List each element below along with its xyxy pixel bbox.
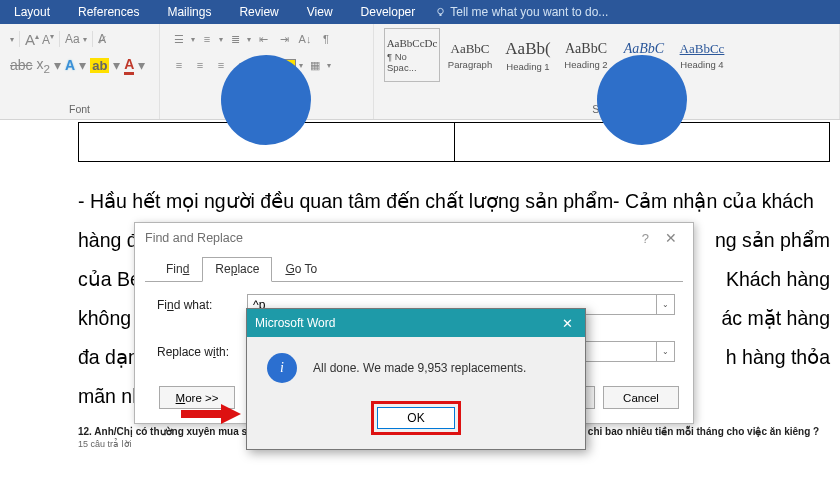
shrink-font-icon[interactable]: A▾: [42, 32, 54, 47]
doc-line: không: [78, 299, 131, 338]
find-dropdown-icon[interactable]: ⌄: [657, 294, 675, 315]
borders-icon[interactable]: ▦: [306, 56, 324, 74]
doc-line: của Be: [78, 260, 141, 299]
tab-developer[interactable]: Developer: [347, 0, 430, 24]
cancel-button[interactable]: Cancel: [603, 386, 679, 409]
para-row-1: ☰▾ ≡▾ ≣▾ ⇤ ⇥ A↓ ¶: [170, 28, 363, 50]
doc-line: đa dạn: [78, 338, 139, 377]
subscript-icon[interactable]: x2: [37, 56, 50, 75]
tell-me-search[interactable]: Tell me what you want to do...: [429, 5, 608, 19]
message-title: Microsoft Word: [255, 316, 335, 330]
doc-line: h hàng thỏa: [726, 338, 830, 377]
align-center-icon[interactable]: ≡: [191, 56, 209, 74]
align-right-icon[interactable]: ≡: [212, 56, 230, 74]
font-drop-icon[interactable]: ▾: [10, 35, 14, 44]
font-color-icon[interactable]: A: [124, 56, 134, 75]
dialog-tabs: Find Replace Go To: [135, 253, 693, 282]
grow-font-icon[interactable]: A▴: [25, 31, 39, 48]
doc-line: ng sản phẩm: [715, 221, 830, 260]
dialog-titlebar[interactable]: Find and Replace ? ✕: [135, 223, 693, 253]
group-label-font: Font: [10, 101, 149, 117]
strikethrough-icon[interactable]: abc: [10, 57, 33, 73]
tab-find[interactable]: Find: [153, 257, 202, 282]
doc-line: Khách hàng: [726, 260, 830, 299]
ribbon: ▾ A▴ A▾ Aa▾ A̷ abc x2▾ A▾ ab▾ A▾ Font ☰▾: [0, 24, 840, 120]
tab-view[interactable]: View: [293, 0, 347, 24]
tab-layout[interactable]: Layout: [0, 0, 64, 24]
increase-indent-icon[interactable]: ⇥: [275, 30, 293, 48]
close-icon[interactable]: ✕: [558, 316, 577, 331]
show-marks-icon[interactable]: ¶: [317, 30, 335, 48]
message-box: Microsoft Word ✕ i All done. We made 9,9…: [246, 308, 586, 450]
annotation-highlight-box: OK: [371, 401, 461, 435]
blue-circle-shape: [597, 55, 687, 145]
change-case-icon[interactable]: Aa: [65, 32, 80, 46]
text-effects-icon[interactable]: A: [65, 57, 75, 73]
doc-line: - Hầu hết mọi người đều quan tâm đến chấ…: [78, 190, 814, 212]
clear-formatting-icon[interactable]: A̷: [98, 32, 106, 46]
group-font: ▾ A▴ A▾ Aa▾ A̷ abc x2▾ A▾ ab▾ A▾ Font: [0, 24, 160, 119]
sort-icon[interactable]: A↓: [296, 30, 314, 48]
replace-dropdown-icon[interactable]: ⌄: [657, 341, 675, 362]
tab-review[interactable]: Review: [225, 0, 292, 24]
style-heading-1[interactable]: AaBb(Heading 1: [500, 28, 556, 82]
style-paragraph[interactable]: AaBbCParagraph: [442, 28, 498, 82]
bullets-icon[interactable]: ☰: [170, 30, 188, 48]
svg-point-0: [438, 8, 444, 14]
doc-line: ác mặt hàng: [722, 299, 830, 338]
font-row-1: ▾ A▴ A▾ Aa▾ A̷: [10, 28, 149, 50]
tab-goto[interactable]: Go To: [272, 257, 330, 282]
tab-mailings[interactable]: Mailings: [153, 0, 225, 24]
lightbulb-icon: [435, 7, 446, 18]
replace-with-label: Replace with:: [157, 345, 247, 359]
info-icon: i: [267, 353, 297, 383]
align-left-icon[interactable]: ≡: [170, 56, 188, 74]
ok-button[interactable]: OK: [377, 407, 455, 429]
find-what-label: Find what:: [157, 298, 247, 312]
highlight-icon[interactable]: ab: [90, 58, 109, 73]
style-no-spacing[interactable]: AaBbCcDc¶ No Spac...: [384, 28, 440, 82]
tab-references[interactable]: References: [64, 0, 153, 24]
tell-me-text: Tell me what you want to do...: [450, 5, 608, 19]
decrease-indent-icon[interactable]: ⇤: [254, 30, 272, 48]
document-table: [78, 122, 830, 162]
help-button[interactable]: ?: [632, 231, 659, 246]
svg-rect-1: [440, 13, 442, 15]
font-row-2: abc x2▾ A▾ ab▾ A▾: [10, 54, 149, 76]
tab-replace[interactable]: Replace: [202, 257, 272, 282]
multilevel-icon[interactable]: ≣: [226, 30, 244, 48]
message-titlebar[interactable]: Microsoft Word ✕: [247, 309, 585, 337]
svg-marker-3: [221, 404, 241, 424]
close-button[interactable]: ✕: [659, 230, 683, 246]
doc-line: hàng đ: [78, 221, 138, 260]
message-text: All done. We made 9,953 replacements.: [313, 361, 526, 375]
dialog-title: Find and Replace: [145, 231, 243, 245]
ribbon-tabs: Layout References Mailings Review View D…: [0, 0, 840, 24]
annotation-arrow-icon: [179, 403, 241, 428]
blue-circle-shape: [221, 55, 311, 145]
style-heading-4[interactable]: AaBbCcHeading 4: [674, 28, 730, 82]
numbering-icon[interactable]: ≡: [198, 30, 216, 48]
